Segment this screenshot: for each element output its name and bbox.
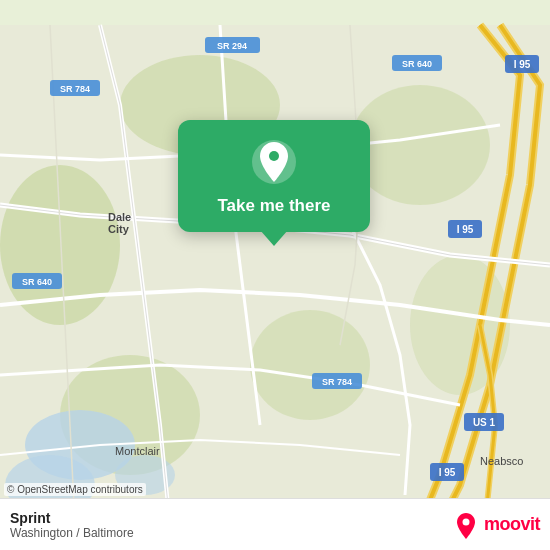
map-container: SR 294 SR 784 SR 640 I 95 I 95 SR 640 SR… [0,0,550,550]
svg-text:SR 640: SR 640 [402,59,432,69]
popup-card[interactable]: Take me there [178,120,370,232]
svg-text:Dale: Dale [108,211,131,223]
svg-text:Montclair: Montclair [115,445,160,457]
svg-text:I 95: I 95 [514,59,531,70]
moovit-text: moovit [484,514,540,535]
map-background: SR 294 SR 784 SR 640 I 95 I 95 SR 640 SR… [0,0,550,550]
svg-point-5 [250,310,370,420]
location-pin-icon [250,138,298,186]
moovit-logo: moovit [452,511,540,539]
svg-text:US 1: US 1 [473,417,496,428]
svg-text:SR 784: SR 784 [322,377,352,387]
location-info: Sprint Washington / Baltimore [10,510,134,540]
svg-text:City: City [108,223,130,235]
moovit-pin-icon [452,511,480,539]
osm-credit: © OpenStreetMap contributors [4,483,146,496]
svg-text:I 95: I 95 [457,224,474,235]
svg-text:SR 294: SR 294 [217,41,247,51]
svg-text:SR 640: SR 640 [22,277,52,287]
location-subtitle: Washington / Baltimore [10,526,134,540]
take-me-there-button[interactable]: Take me there [217,196,330,216]
location-title: Sprint [10,510,134,526]
svg-text:Neabsco: Neabsco [480,455,523,467]
svg-text:I 95: I 95 [439,467,456,478]
svg-text:SR 784: SR 784 [60,84,90,94]
svg-point-3 [350,85,490,205]
svg-point-34 [462,518,469,525]
svg-point-33 [269,151,279,161]
bottom-bar: Sprint Washington / Baltimore moovit [0,498,550,550]
